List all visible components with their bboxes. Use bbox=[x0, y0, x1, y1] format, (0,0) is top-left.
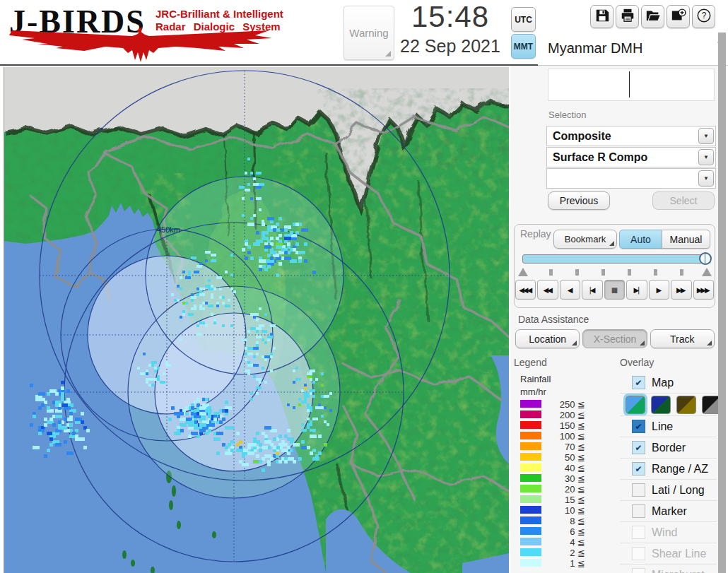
overlay-item-line[interactable]: ✔Line bbox=[620, 415, 717, 437]
open-folder-icon bbox=[645, 8, 661, 26]
panel-edge-strip[interactable] bbox=[718, 33, 726, 573]
legend-color-swatch bbox=[520, 506, 541, 514]
print-icon bbox=[620, 8, 635, 26]
timezone-utc-button[interactable]: UTC bbox=[511, 7, 536, 32]
timeline-tick bbox=[680, 269, 683, 276]
timeline-tick bbox=[549, 269, 553, 276]
x-section-button[interactable]: X-Section bbox=[582, 329, 647, 348]
selection-dropdown-2[interactable]: Surface R Compo▼ bbox=[546, 147, 716, 167]
open-folder-button[interactable] bbox=[641, 5, 664, 28]
rewind-button[interactable]: ◀◀ bbox=[537, 280, 558, 300]
screenshot-add-button[interactable] bbox=[667, 5, 690, 28]
warning-button[interactable]: Warning bbox=[344, 6, 394, 60]
legend-threshold-value: 10 ≦ bbox=[544, 505, 585, 516]
data-assistance-buttons: LocationX-SectionTrack bbox=[515, 329, 715, 348]
legend-row: 150 ≦ bbox=[520, 420, 591, 431]
jbirds-application: J-BIRDS JRC-Brilliant & Intelligent Rada… bbox=[0, 0, 728, 573]
overlay-item-marker[interactable]: Marker bbox=[620, 500, 717, 521]
replay-timeline-slider[interactable] bbox=[522, 254, 711, 264]
timezone-mmt-button[interactable]: MMT bbox=[511, 34, 536, 59]
overlay-item-label: Marker bbox=[652, 505, 687, 518]
chevron-down-icon[interactable]: ▼ bbox=[698, 149, 714, 165]
svg-text:?: ? bbox=[701, 11, 706, 20]
legend-threshold-value: 40 ≦ bbox=[544, 463, 585, 473]
legend-color-swatch bbox=[520, 474, 541, 482]
status-box-divider bbox=[629, 71, 630, 98]
overlay-item-label: Line bbox=[652, 420, 673, 433]
fastest-forward-button[interactable]: ▶▶▶ bbox=[693, 280, 714, 300]
map-style-swatch-1[interactable] bbox=[626, 396, 645, 414]
play-button[interactable]: ▶ bbox=[649, 280, 669, 300]
clock-date: 22 Sep 2021 bbox=[390, 36, 510, 57]
save-button[interactable] bbox=[590, 5, 613, 28]
legend-color-swatch bbox=[520, 432, 541, 439]
bookmark-button[interactable]: Bookmark bbox=[553, 230, 617, 249]
legend-color-swatch bbox=[520, 442, 541, 450]
legend-unit-line2: mm/hr bbox=[520, 386, 546, 397]
fast-forward-button[interactable]: ▶▶ bbox=[671, 280, 691, 300]
map-style-swatch-3[interactable] bbox=[676, 396, 696, 414]
status-box bbox=[548, 69, 715, 101]
track-button[interactable]: Track bbox=[650, 329, 715, 348]
overlay-item-map[interactable]: ✔Map bbox=[620, 372, 717, 393]
step-forward-button[interactable]: ▶| bbox=[626, 280, 647, 300]
legend-color-swatch bbox=[520, 548, 541, 556]
manual-mode-button[interactable]: Manual bbox=[662, 230, 710, 249]
chevron-down-icon[interactable]: ▼ bbox=[698, 170, 714, 187]
legend-unit-line1: Rainfall bbox=[520, 374, 551, 384]
chevron-down-icon[interactable]: ▼ bbox=[698, 128, 714, 144]
checkbox-border[interactable]: ✔ bbox=[632, 441, 645, 454]
selection-dropdown-1[interactable]: Composite▼ bbox=[546, 126, 716, 146]
map-style-swatch-2[interactable] bbox=[651, 396, 671, 414]
checkbox-map[interactable]: ✔ bbox=[632, 376, 645, 389]
step-back-button[interactable]: |◀ bbox=[582, 280, 602, 300]
fast-rewind-button[interactable]: ◀◀◀ bbox=[515, 280, 536, 300]
clock-time: 15:48 bbox=[397, 0, 503, 34]
overlay-item-microburst: Microburst bbox=[620, 564, 717, 573]
legend-row: 50 ≦ bbox=[520, 452, 591, 463]
legend-threshold-value: 8 ≦ bbox=[544, 516, 585, 526]
screenshot-add-icon bbox=[671, 8, 686, 26]
select-button[interactable]: Select bbox=[652, 191, 715, 210]
legend-threshold-value: 70 ≦ bbox=[544, 442, 585, 452]
stop-button[interactable]: ■ bbox=[604, 280, 625, 300]
checkbox-lati-long[interactable] bbox=[632, 483, 645, 497]
map-style-selector bbox=[620, 393, 717, 415]
selection-dropdown-3[interactable]: ▼ bbox=[546, 168, 716, 189]
selection-label: Selection bbox=[548, 110, 586, 120]
legend-row: 250 ≦ bbox=[520, 399, 591, 410]
overlay-item-label: Lati / Long bbox=[652, 484, 705, 497]
legend-threshold-value: 250 ≦ bbox=[544, 399, 585, 410]
location-button[interactable]: Location bbox=[515, 329, 580, 348]
radar-map[interactable]: 450km bbox=[4, 67, 508, 573]
overlay-item-lati-long[interactable]: Lati / Long bbox=[620, 479, 717, 500]
overlay-item-range-az[interactable]: ✔Range / AZ bbox=[620, 458, 717, 479]
eagle-logo-icon bbox=[6, 27, 276, 62]
legend-threshold-value: 4 ≦ bbox=[544, 537, 585, 548]
station-name: Myanmar DMH bbox=[548, 40, 642, 57]
checkbox-line[interactable]: ✔ bbox=[632, 420, 645, 433]
legend-row: 70 ≦ bbox=[520, 442, 591, 452]
previous-button[interactable]: Previous bbox=[548, 191, 610, 210]
checkbox-range-az[interactable]: ✔ bbox=[632, 462, 645, 475]
legend-color-swatch bbox=[520, 400, 541, 408]
checkbox-marker[interactable] bbox=[632, 504, 645, 518]
print-button[interactable] bbox=[616, 5, 639, 28]
svg-text:450km: 450km bbox=[157, 225, 180, 234]
selection-dropdown-2-value: Surface R Compo bbox=[547, 151, 698, 164]
legend-threshold-value: 6 ≦ bbox=[544, 526, 585, 537]
legend-threshold-value: 200 ≦ bbox=[544, 410, 585, 420]
overlay-item-shear-line: Shear Line bbox=[620, 543, 717, 564]
app-logo-subtitle-1: JRC-Brilliant & Intelligent bbox=[155, 8, 283, 20]
help-button[interactable]: ? bbox=[692, 5, 715, 28]
checkbox-microburst bbox=[632, 568, 645, 573]
timeline-end-marker[interactable] bbox=[702, 268, 712, 276]
overlay-item-border[interactable]: ✔Border bbox=[620, 437, 717, 458]
replay-slider-handle[interactable] bbox=[699, 252, 712, 265]
legend-threshold-value: 20 ≦ bbox=[544, 484, 585, 495]
data-assistance-label: Data Assistance bbox=[518, 314, 589, 325]
auto-mode-button[interactable]: Auto bbox=[619, 230, 662, 249]
timeline-start-marker[interactable] bbox=[518, 268, 528, 276]
play-backward-button[interactable]: ◀ bbox=[560, 280, 580, 300]
legend-row: 15 ≦ bbox=[520, 495, 591, 505]
